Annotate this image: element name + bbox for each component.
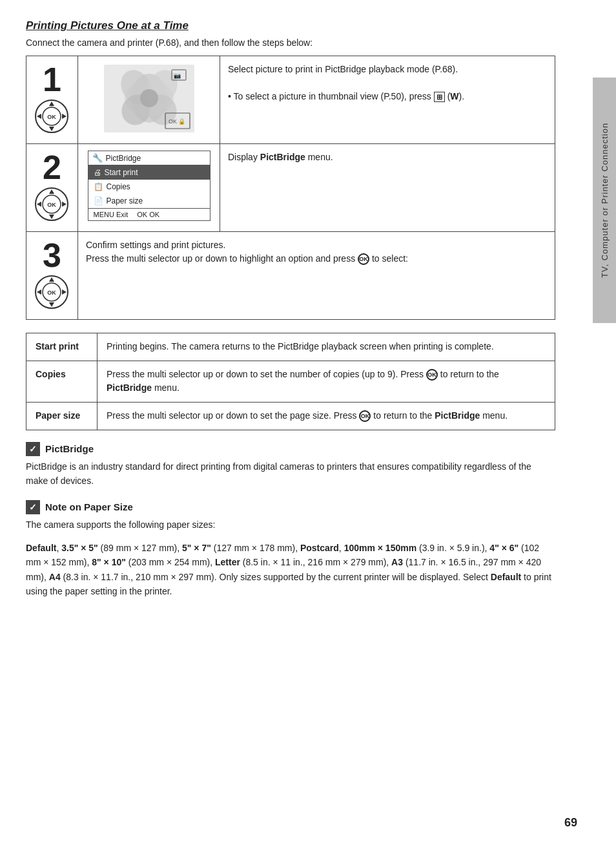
svg-text:↑: ↑ (50, 103, 53, 108)
svg-marker-28 (62, 202, 67, 207)
paper-size-desc: Press the multi selector up or down to s… (98, 403, 555, 430)
svg-marker-32 (49, 277, 54, 282)
pb-footer: MENU Exit OK OK (88, 208, 210, 220)
paper-size-label: Paper size (26, 403, 98, 430)
step-1-number: 1 (34, 63, 70, 96)
svg-marker-33 (49, 302, 54, 307)
svg-marker-35 (62, 289, 67, 295)
svg-marker-5 (37, 114, 41, 119)
step-2-desc-cell: Display PictBridge menu. (220, 144, 555, 232)
pb-footer-right: OK OK (137, 211, 159, 218)
copies-label: Copies (26, 361, 98, 402)
detail-row-copies: Copies Press the multi selector up or do… (26, 361, 555, 402)
pb-menu-copies: 📋 Copies (88, 180, 210, 194)
note1-check-icon: ✓ (26, 442, 40, 456)
pb-title-bar: 🔧 PictBridge (88, 151, 210, 165)
note2-header: ✓ Note on Paper Size (26, 500, 555, 514)
svg-text:OK: OK (47, 202, 56, 208)
note2-check-icon: ✓ (26, 500, 40, 514)
note2-intro: The camera supports the following paper … (26, 518, 555, 532)
step-2-menu-cell: 🔧 PictBridge 🖨 Start print 📋 Copies 📄 Pa… (78, 144, 220, 232)
svg-marker-27 (37, 202, 41, 207)
ok-icon-3: OK (358, 253, 369, 265)
note2-title: Note on Paper Size (45, 501, 133, 512)
start-print-label: Start print (26, 333, 98, 361)
step-3-row: 3 OK Confirm settings and print pictures… (26, 232, 555, 320)
step-3-number: 3 (34, 238, 70, 272)
pb-start-print-label: Start print (105, 168, 138, 177)
svg-text:↓: ↓ (50, 125, 53, 130)
note2-text: Default, 3.5" × 5" (89 mm × 127 mm), 5" … (26, 541, 555, 599)
start-print-desc: Printing begins. The camera returns to t… (98, 333, 555, 361)
note1-header: ✓ PictBridge (26, 442, 555, 456)
pb-paper-icon: 📄 (94, 196, 103, 205)
step-1-bullet: • To select a picture in thumbnail view … (228, 91, 464, 101)
step-1-number-cell: 1 OK ↑ ↓ (26, 56, 78, 144)
svg-text:📷: 📷 (174, 72, 181, 79)
step-2-number-cell: 2 OK (26, 144, 78, 232)
step-3-description: Confirm settings and print pictures. (86, 240, 225, 250)
pb-menu-paper: 📄 Paper size (88, 194, 210, 208)
step-2-description: Display PictBridge menu. (228, 152, 333, 162)
pb-copies-icon: 📋 (94, 182, 103, 191)
note1-section: ✓ PictBridge PictBridge is an industry s… (26, 442, 555, 488)
pb-camera-icon: 🔧 (92, 153, 103, 163)
svg-text:OK: OK (47, 114, 56, 120)
pb-copies-label: Copies (107, 182, 130, 191)
step-2-control-icon: OK (34, 187, 70, 222)
svg-marker-6 (62, 114, 67, 119)
detail-table: Start print Printing begins. The camera … (26, 333, 555, 430)
step-1-image-cell: OK 🔒 📷 (78, 56, 220, 144)
sidebar-tab: TV, Computer or Printer Connection (593, 78, 616, 323)
pb-paper-label: Paper size (107, 196, 143, 205)
note1-title: PictBridge (45, 443, 94, 454)
step-1-desc-cell: Select picture to print in PictBridge pl… (220, 56, 555, 144)
step-3-number-cell: 3 OK (26, 232, 78, 320)
step-1-control-icon: OK ↑ ↓ (34, 99, 70, 134)
pb-title: PictBridge (106, 154, 141, 163)
svg-text:OK: OK (47, 289, 56, 296)
page-title: Printing Pictures One at a Time (26, 19, 555, 32)
flower-image: OK 🔒 📷 (101, 63, 198, 134)
svg-text:OK: OK (169, 118, 177, 125)
step-1-row: 1 OK ↑ ↓ (26, 56, 555, 144)
intro-text: Connect the camera and printer (P.68), a… (26, 37, 555, 48)
step-3-sub: Press the multi selector up or down to h… (86, 253, 408, 264)
note1-text: PictBridge is an industry standard for d… (26, 459, 555, 488)
svg-point-16 (140, 89, 158, 107)
step-3-control-icon: OK (34, 275, 70, 310)
detail-row-paper-size: Paper size Press the multi selector up o… (26, 403, 555, 430)
page-number: 69 (564, 816, 577, 830)
pb-footer-left: MENU Exit (94, 211, 128, 218)
step-3-desc-cell: Confirm settings and print pictures. Pre… (78, 232, 555, 320)
svg-marker-26 (49, 215, 54, 219)
steps-table: 1 OK ↑ ↓ (26, 56, 555, 320)
ok-icon-copies: OK (426, 369, 438, 381)
step-1-description: Select picture to print in PictBridge pl… (228, 64, 458, 74)
detail-row-start-print: Start print Printing begins. The camera … (26, 333, 555, 361)
svg-marker-34 (37, 289, 41, 295)
pb-print-icon: 🖨 (94, 168, 101, 177)
step-2-row: 2 OK 🔧 PictBridge (26, 144, 555, 232)
svg-text:🔒: 🔒 (178, 118, 186, 125)
pb-menu-start-print: 🖨 Start print (88, 165, 210, 180)
ok-icon-paper: OK (359, 410, 371, 422)
svg-marker-25 (49, 189, 54, 194)
pictbridge-menu: 🔧 PictBridge 🖨 Start print 📋 Copies 📄 Pa… (88, 151, 210, 221)
copies-desc: Press the multi selector up or down to s… (98, 361, 555, 402)
step-2-number: 2 (34, 151, 70, 184)
note2-section: ✓ Note on Paper Size The camera supports… (26, 500, 555, 599)
